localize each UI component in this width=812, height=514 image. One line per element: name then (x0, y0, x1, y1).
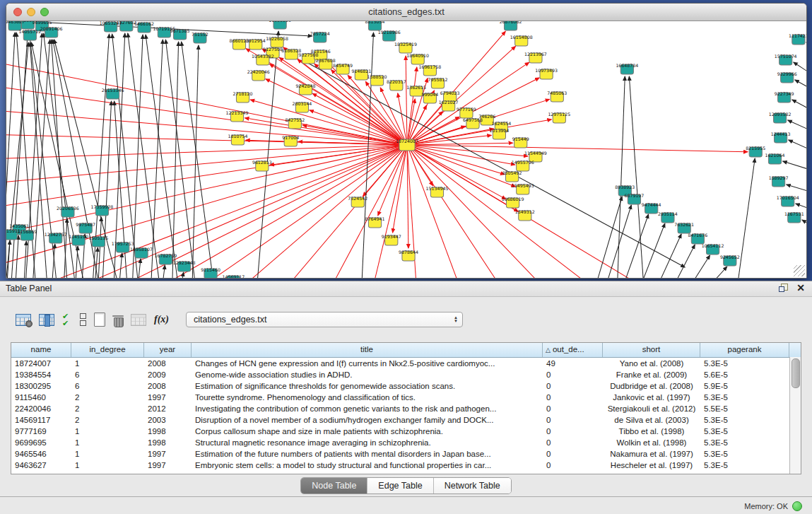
cell-pagerank: 5.9E-5 (700, 380, 789, 392)
node-label: 15495493 (512, 183, 534, 188)
node-label: 10686019 (502, 197, 524, 201)
table-row[interactable]: 977716911998Corpus callosum shape and si… (11, 426, 801, 437)
table-row[interactable]: 2242004622012Investigating the contribut… (11, 403, 801, 414)
cell-pagerank: 5.5E-5 (700, 403, 789, 414)
node-label: 12213349 (226, 110, 249, 115)
trash-icon[interactable] (113, 314, 123, 325)
table-row[interactable]: 1456911722003Disruption of a novel membe… (11, 414, 801, 426)
cell-pagerank: 5.3E-5 (700, 358, 789, 369)
node-label: 9671385 (170, 28, 190, 33)
node-label: 9699695 (33, 21, 52, 25)
network-canvas[interactable]: 1872400786601238912954182260589127508105… (6, 21, 806, 278)
column-header-in_degree[interactable]: in_degree (71, 343, 144, 357)
table-row[interactable]: 1938455462009Genome-wide association stu… (11, 369, 801, 380)
cell-year: 2009 (144, 369, 192, 380)
node-label: 1117421 (789, 33, 806, 38)
network-edge (789, 140, 806, 153)
table-row[interactable]: 1872400712008Changes of HCN gene express… (11, 358, 801, 369)
cell-year: 1998 (144, 426, 192, 437)
network-edge (6, 145, 407, 237)
cell-name: 14569117 (11, 414, 71, 426)
function-builder-icon[interactable]: f(x) (154, 314, 169, 325)
node-label: 2367608 (316, 58, 336, 63)
node-label: 12093582 (769, 112, 792, 117)
node-label: 20206536 (57, 206, 79, 211)
cell-name: 9699695 (11, 437, 71, 448)
dropdown-arrows-icon: ▲▼ (454, 316, 458, 323)
network-edge (23, 241, 26, 278)
cell-pagerank: 5.3E-5 (700, 392, 789, 403)
node-label: 16154808 (510, 35, 533, 40)
node-label: 746266 (478, 114, 495, 119)
cell-short: de Silva et al. (2003) (603, 414, 700, 426)
node-label: 1244413 (771, 132, 791, 136)
row-options-icon[interactable] (80, 313, 86, 327)
cell-name: 9777169 (11, 426, 71, 437)
node-label: 2935114 (658, 211, 678, 216)
cell-out_de: 0 (543, 448, 603, 460)
table-selector-dropdown[interactable]: citations_edges.txt ▲▼ (186, 312, 463, 327)
citation-network-graph[interactable]: 1872400786601238912954182260589127508105… (6, 21, 806, 278)
node-label: 8471676 (688, 233, 707, 238)
network-window[interactable]: citations_edges.txt 18724007866012389129… (6, 3, 807, 279)
select-column-icon[interactable] (39, 314, 54, 326)
node-label: 26876062 (500, 21, 522, 24)
scrollbar-thumb[interactable] (792, 358, 800, 388)
node-label: 8912954 (246, 38, 266, 43)
cell-out_de: 0 (543, 460, 603, 471)
node-label: 7632621 (674, 222, 694, 227)
node-label: 18724007 (396, 139, 418, 144)
table-row[interactable]: 946554611997Estimation of the future num… (11, 448, 801, 460)
column-header-pagerank[interactable]: pagerank (700, 343, 789, 357)
network-window-titlebar[interactable]: citations_edges.txt (6, 4, 806, 21)
table-row[interactable]: 946362711997Embryonic stem cells: a mode… (11, 460, 801, 471)
vertical-scrollbar[interactable] (789, 357, 801, 474)
node-label: 9612813 (252, 160, 272, 165)
cell-name: 9115460 (11, 392, 71, 403)
cell-year: 2012 (144, 403, 192, 414)
cell-year: 1997 (144, 460, 192, 471)
column-header-name[interactable]: name (11, 343, 71, 357)
node-label: 14055712 (18, 29, 41, 34)
network-edge (787, 185, 806, 194)
float-panel-icon[interactable] (779, 284, 788, 293)
window-resize-grip[interactable] (794, 265, 805, 276)
table-row[interactable]: 1830029562008Estimation of significance … (11, 380, 801, 392)
cell-out_de: 0 (543, 414, 603, 426)
show-columns-checkmarks-icon[interactable] (62, 313, 72, 327)
node-label: 751552 (192, 32, 208, 37)
network-edge (75, 246, 78, 278)
node-label: 6879197 (624, 193, 644, 198)
table-row[interactable]: 969969511998Structural magnetic resonanc… (11, 437, 801, 448)
network-edge (788, 120, 806, 134)
tab-network-table[interactable]: Network Table (434, 478, 511, 493)
network-edge (407, 145, 506, 278)
table-options-icon[interactable] (16, 314, 31, 326)
node-label: 8938923 (615, 185, 635, 189)
close-panel-icon[interactable]: ✕ (796, 284, 805, 293)
node-label: 18325419 (394, 42, 417, 47)
cell-short: Hescheler et al. (1997) (603, 460, 700, 471)
network-edge (6, 145, 407, 159)
node-label: 9329966 (777, 71, 797, 76)
node-label: 2718120 (233, 91, 253, 96)
node-label: 19218986 (378, 30, 401, 35)
new-document-icon[interactable] (94, 313, 105, 327)
node-label: 10654112 (702, 243, 724, 248)
table-row[interactable]: 911546021997Tourette syndrome. Phenomeno… (11, 392, 801, 403)
node-label: 1588520 (367, 74, 387, 79)
network-edge (307, 62, 686, 267)
network-edge (407, 145, 515, 187)
cell-short: Yano et al. (2008) (603, 358, 700, 369)
cell-title: Estimation of significance thresholds fo… (192, 380, 543, 392)
column-header-title[interactable]: title (192, 343, 543, 357)
network-edge (281, 145, 407, 278)
column-header-out_de[interactable]: △out_de... (543, 343, 603, 357)
tab-node-table[interactable]: Node Table (301, 478, 367, 493)
column-header-short[interactable]: short (603, 343, 700, 357)
column-header-year[interactable]: year (144, 343, 192, 357)
node-label: 1362615 (406, 85, 426, 90)
network-edge (604, 205, 631, 278)
table-header-row: namein_degreeyeartitle△out_de...shortpag… (11, 343, 801, 358)
tab-edge-table[interactable]: Edge Table (367, 478, 433, 493)
